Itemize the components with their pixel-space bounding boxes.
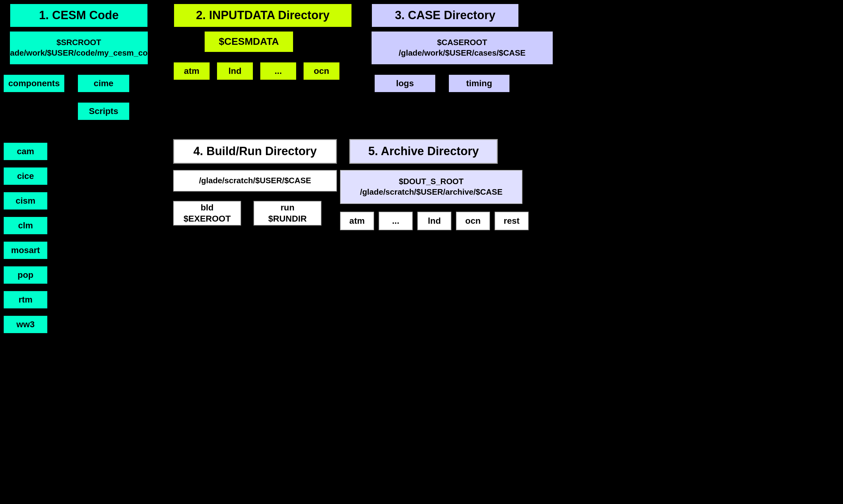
cam-box: cam	[3, 142, 48, 161]
cesmdata-box: $CESMDATA	[204, 31, 294, 53]
archive-atm-box: atm	[340, 212, 374, 230]
srcroot-box: $SRCROOT /glade/work/$USER/code/my_cesm_…	[9, 31, 148, 65]
components-box: components	[3, 74, 65, 93]
clm-box: clm	[3, 216, 48, 235]
atm-box: atm	[173, 62, 210, 80]
run-box: run $RUNDIR	[253, 201, 322, 226]
archive-dots-box: ...	[379, 212, 413, 230]
dout-box: $DOUT_S_ROOT /glade/scratch/$USER/archiv…	[340, 170, 522, 204]
case-dir-title: 3. CASE Directory	[371, 3, 519, 28]
cism-box: cism	[3, 192, 48, 210]
scratch-path-box: /glade/scratch/$USER/$CASE	[173, 170, 337, 192]
build-run-title: 4. Build/Run Directory	[173, 139, 337, 164]
timing-box: timing	[448, 74, 510, 93]
caseroot-box: $CASEROOT /glade/work/$USER/cases/$CASE	[371, 31, 553, 65]
cice-box: cice	[3, 167, 48, 185]
pop-box: pop	[3, 266, 48, 284]
archive-lnd-box: lnd	[417, 212, 451, 230]
cime-box: cime	[77, 74, 130, 93]
ocn-box: ocn	[303, 62, 340, 80]
scripts-box: Scripts	[77, 102, 130, 121]
archive-title: 5. Archive Directory	[349, 139, 498, 164]
logs-box: logs	[374, 74, 436, 93]
dots-box: ...	[260, 62, 297, 80]
mosart-box: mosart	[3, 241, 48, 259]
ww3-box: ww3	[3, 315, 48, 334]
archive-ocn-box: ocn	[456, 212, 490, 230]
inputdata-title: 2. INPUTDATA Directory	[173, 3, 353, 28]
rtm-box: rtm	[3, 290, 48, 309]
bld-box: bld $EXEROOT	[173, 201, 241, 226]
archive-rest-box: rest	[495, 212, 528, 230]
lnd-box: lnd	[216, 62, 253, 80]
cesm-code-title: 1. CESM Code	[9, 3, 148, 28]
